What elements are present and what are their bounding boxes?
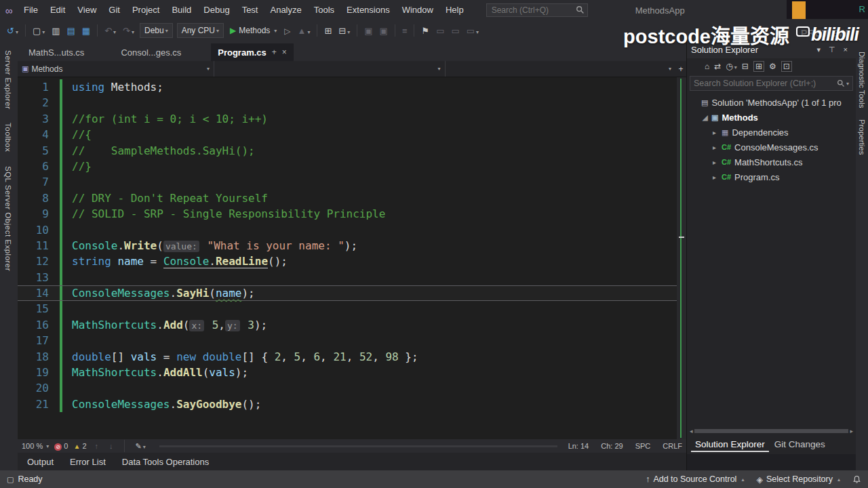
tree-item-consolemessages-cs[interactable]: ▸C#ConsoleMessages.cs <box>687 140 856 155</box>
hot-reload-icon[interactable]: ⊟▾ <box>336 24 353 37</box>
panel-tab-git-changes[interactable]: Git Changes <box>770 438 829 451</box>
code-line-5[interactable]: 5// SampleMethods.SayHi(); <box>18 143 677 159</box>
add-to-source-control-button[interactable]: ↑ Add to Source Control▴ <box>646 474 744 484</box>
save-icon[interactable]: ▤ <box>64 24 78 37</box>
split-window-icon[interactable]: + <box>675 64 686 74</box>
scroll-right-icon[interactable]: ▸ <box>850 428 853 434</box>
menu-debug[interactable]: Debug <box>197 0 235 20</box>
tree-item-solution[interactable]: ▤Solution 'MethodsApp' (1 of 1 pro <box>687 95 856 110</box>
code-line-10[interactable]: 10 <box>18 222 677 238</box>
window-position-icon[interactable]: ▾ <box>812 45 825 54</box>
panel-tab-error-list[interactable]: Error List <box>63 455 113 468</box>
line-indicator[interactable]: Ln: 14 <box>568 442 589 450</box>
expand-arrow-icon[interactable]: ▸ <box>713 129 722 136</box>
tree-item-methods[interactable]: ◢▣Methods <box>687 110 856 125</box>
editor-horizontal-scrollbar[interactable] <box>159 445 557 447</box>
previous-bookmark-icon[interactable]: ▭ <box>433 24 447 37</box>
tree-item-program-cs[interactable]: ▸C#Program.cs <box>687 169 856 184</box>
indent-icon[interactable]: ≡ <box>399 24 410 37</box>
breadcrumb-type-dropdown[interactable]: ▾ <box>214 61 446 77</box>
menu-project[interactable]: Project <box>126 0 165 20</box>
preview-selected-items-icon[interactable]: ⊡ <box>781 61 792 72</box>
spaces-indicator[interactable]: SPC <box>635 442 651 450</box>
tab-program-cs[interactable]: Program.cs+× <box>211 43 294 61</box>
open-file-icon[interactable]: ▥ <box>49 24 62 37</box>
side-tab-diagnostic-tools[interactable]: Diagnostic Tools <box>858 52 866 108</box>
comment-icon[interactable]: ▣ <box>377 24 391 37</box>
zoom-control[interactable]: 100 %▾ <box>22 442 49 450</box>
code-line-18[interactable]: 18double[] vals = new double[] { 2, 5, 6… <box>18 349 677 365</box>
bookmark-icon[interactable]: ⚑ <box>418 24 432 37</box>
code-line-20[interactable]: 20 <box>18 380 677 396</box>
panel-tab-data-tools-operations[interactable]: Data Tools Operations <box>115 455 216 468</box>
menu-tools[interactable]: Tools <box>308 0 340 20</box>
undo-icon[interactable]: ↶▾ <box>102 24 119 37</box>
save-all-icon[interactable]: ▦ <box>79 24 93 37</box>
menu-help[interactable]: Help <box>439 0 470 20</box>
side-tab-sql-server-object-explorer[interactable]: SQL Server Object Explorer <box>4 166 12 271</box>
code-line-13[interactable]: 13 <box>18 270 677 285</box>
tab-maths-uts-cs[interactable]: MathS...uts.cs <box>22 43 91 61</box>
close-tab-icon[interactable]: × <box>282 47 287 57</box>
next-bookmark-icon[interactable]: ▭ <box>448 24 462 37</box>
panel-tab-output[interactable]: Output <box>20 455 60 468</box>
menu-window[interactable]: Window <box>396 0 439 20</box>
quick-search-box[interactable] <box>486 3 588 17</box>
menu-build[interactable]: Build <box>165 0 197 20</box>
tree-item-dependencies[interactable]: ▸▦Dependencies <box>687 125 856 140</box>
code-line-7[interactable]: 7 <box>18 174 677 190</box>
attach-to-process-icon[interactable]: ⊞ <box>321 24 334 37</box>
editor-vertical-scrollbar[interactable] <box>677 77 686 439</box>
solution-search-input[interactable] <box>694 79 837 88</box>
show-all-files-icon[interactable]: ⊞ <box>753 61 764 72</box>
code-line-19[interactable]: 19MathShortcuts.AddAll(vals); <box>18 365 677 380</box>
line-ending-indicator[interactable]: CRLF <box>663 442 682 450</box>
error-count[interactable]: ⊘ 0 <box>54 442 68 451</box>
scroll-left-icon[interactable]: ◂ <box>690 428 693 434</box>
code-line-16[interactable]: 16MathShortcuts.Add(x: 5,y: 3); <box>18 317 677 333</box>
solution-search-box[interactable]: ▾ <box>690 76 853 91</box>
code-line-2[interactable]: 2 <box>18 95 677 110</box>
collapse-arrow-icon[interactable]: ◢ <box>703 114 711 121</box>
start-without-debugging-icon[interactable]: ▷ <box>281 24 293 37</box>
side-tab-toolbox[interactable]: Toolbox <box>4 123 12 152</box>
pin-tab-icon[interactable]: + <box>272 47 277 57</box>
code-line-14[interactable]: 14ConsoleMessages.SayHi(name); <box>18 285 677 301</box>
code-line-17[interactable]: 17 <box>18 333 677 348</box>
code-line-3[interactable]: 3//for (int i = 0; i < 10; i++) <box>18 111 677 127</box>
warning-count[interactable]: ▲ 2 <box>73 442 86 450</box>
solution-platforms-dropdown[interactable]: Any CPU▾ <box>177 23 224 38</box>
tree-item-mathshortcuts-cs[interactable]: ▸C#MathShortcuts.cs <box>687 155 856 169</box>
code-line-9[interactable]: 9// SOLID - SRP - Single Responsibility … <box>18 206 677 222</box>
tab-consol-ges-cs[interactable]: Consol...ges.cs <box>114 43 188 61</box>
menu-view[interactable]: View <box>71 0 102 20</box>
scrollbar-thumb[interactable] <box>694 429 849 433</box>
expand-arrow-icon[interactable]: ▸ <box>713 144 722 151</box>
performance-profiler-icon[interactable]: ▲▾ <box>295 24 313 37</box>
menu-test[interactable]: Test <box>236 0 264 20</box>
start-debugging-button[interactable]: ▶ Methods▾ <box>226 26 280 35</box>
previous-issue-icon[interactable]: ↑ <box>92 441 102 451</box>
menu-file[interactable]: File <box>18 0 44 20</box>
notifications-bell-icon[interactable] <box>852 475 861 484</box>
pin-icon[interactable]: ⊤ <box>825 45 840 54</box>
new-project-icon[interactable]: ▢▾ <box>30 24 47 37</box>
home-icon[interactable]: ⌂ <box>705 62 709 71</box>
side-tab-properties[interactable]: Properties <box>858 119 866 155</box>
find-in-files-icon[interactable]: ▣ <box>361 24 375 37</box>
code-line-21[interactable]: 21ConsoleMessages.SayGoodbye(); <box>18 396 677 412</box>
code-line-11[interactable]: 11Console.Write(value: "What is your nam… <box>18 238 677 253</box>
expand-arrow-icon[interactable]: ▸ <box>713 159 722 166</box>
collapse-all-icon[interactable]: ⊟ <box>742 62 749 71</box>
solution-configurations-dropdown[interactable]: Debu▾ <box>140 23 173 38</box>
close-icon[interactable]: × <box>840 45 852 54</box>
code-line-1[interactable]: 1using Methods; <box>18 79 677 95</box>
properties-icon[interactable]: ⚙ <box>769 62 776 71</box>
clear-bookmarks-icon[interactable]: ▭▾ <box>464 24 481 37</box>
code-line-12[interactable]: 12string name = Console.ReadLine(); <box>18 253 677 269</box>
menu-analyze[interactable]: Analyze <box>264 0 307 20</box>
code-line-8[interactable]: 8// DRY - Don't Repeat Yourself <box>18 190 677 206</box>
code-line-4[interactable]: 4//{ <box>18 127 677 142</box>
side-tab-server-explorer[interactable]: Server Explorer <box>4 50 12 109</box>
code-cleanup-icon[interactable]: ✎▾ <box>133 441 149 452</box>
